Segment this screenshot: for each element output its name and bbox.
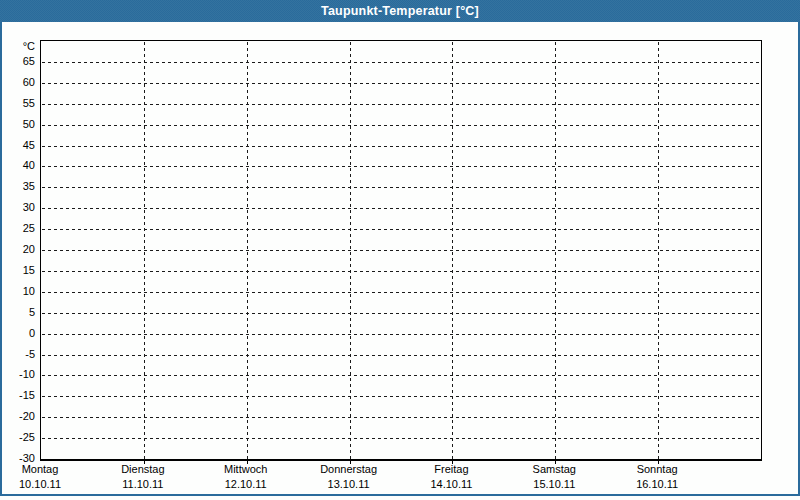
- y-tick-label: 50: [23, 118, 35, 130]
- y-tick-label: 40: [23, 159, 35, 171]
- x-axis-day-label: Montag10.10.11: [19, 463, 61, 490]
- day-name-label: Sonntag: [636, 463, 678, 475]
- h-gridline: [42, 271, 760, 272]
- day-date-label: 10.10.11: [19, 478, 61, 490]
- y-tick-label: -10: [19, 368, 35, 380]
- day-name-label: Donnerstag: [320, 463, 377, 475]
- y-tick-label: 20: [23, 243, 35, 255]
- app-window: Taupunkt-Temperatur [°C] °C 656055504540…: [0, 0, 800, 500]
- day-date-label: 15.10.11: [533, 478, 576, 490]
- y-tick-label: 45: [23, 139, 35, 151]
- v-gridline: [555, 42, 556, 459]
- h-gridline: [42, 104, 760, 105]
- h-gridline: [42, 146, 760, 147]
- h-gridline: [42, 83, 760, 84]
- y-tick-label: 55: [23, 97, 35, 109]
- h-gridline: [42, 313, 760, 314]
- day-date-label: 11.10.11: [121, 478, 164, 490]
- y-tick-label: 30: [23, 201, 35, 213]
- x-axis-day-label: Mittwoch12.10.11: [224, 463, 267, 490]
- v-gridline: [658, 42, 659, 459]
- day-date-label: 16.10.11: [636, 478, 678, 490]
- y-tick-label: 10: [23, 285, 35, 297]
- h-gridline: [42, 250, 760, 251]
- day-name-label: Dienstag: [121, 463, 164, 475]
- x-axis-day-label: Samstag15.10.11: [533, 463, 576, 490]
- y-tick-label: 65: [23, 55, 35, 67]
- plot-area: [40, 40, 762, 461]
- y-axis-labels: 65605550454035302520151050-5-10-15-20-25…: [0, 40, 35, 458]
- day-date-label: 13.10.11: [320, 478, 377, 490]
- day-date-label: 12.10.11: [224, 478, 267, 490]
- y-tick-label: 15: [23, 264, 35, 276]
- day-date-label: 14.10.11: [430, 478, 472, 490]
- h-gridline: [42, 208, 760, 209]
- x-axis-day-label: Freitag14.10.11: [430, 463, 472, 490]
- y-tick-label: 0: [29, 327, 35, 339]
- h-gridline: [42, 417, 760, 418]
- x-axis-day-label: Dienstag11.10.11: [121, 463, 164, 490]
- h-gridline: [42, 62, 760, 63]
- x-axis-labels: Montag10.10.11Dienstag11.10.11Mittwoch12…: [40, 463, 760, 495]
- y-tick-label: 60: [23, 76, 35, 88]
- h-gridline: [42, 166, 760, 167]
- y-tick-label: -25: [19, 431, 35, 443]
- day-name-label: Freitag: [430, 463, 472, 475]
- x-axis-day-label: Sonntag16.10.11: [636, 463, 678, 490]
- h-gridline: [42, 125, 760, 126]
- h-gridline: [42, 438, 760, 439]
- y-tick-label: 35: [23, 180, 35, 192]
- h-gridline: [42, 355, 760, 356]
- y-tick-label: 5: [29, 306, 35, 318]
- x-axis-day-label: Donnerstag13.10.11: [320, 463, 377, 490]
- y-tick-label: 25: [23, 222, 35, 234]
- day-name-label: Samstag: [533, 463, 576, 475]
- day-name-label: Mittwoch: [224, 463, 267, 475]
- v-gridline: [350, 42, 351, 459]
- h-gridline: [42, 375, 760, 376]
- chart-title: Taupunkt-Temperatur [°C]: [321, 4, 479, 18]
- v-gridline: [247, 42, 248, 459]
- h-gridline: [42, 229, 760, 230]
- v-gridline: [144, 42, 145, 459]
- h-gridline: [42, 292, 760, 293]
- window-titlebar: Taupunkt-Temperatur [°C]: [0, 0, 800, 22]
- y-tick-label: -20: [19, 410, 35, 422]
- h-gridline: [42, 187, 760, 188]
- y-tick-label: -15: [19, 389, 35, 401]
- v-gridline: [452, 42, 453, 459]
- day-name-label: Montag: [19, 463, 61, 475]
- h-gridline: [42, 334, 760, 335]
- h-gridline: [42, 396, 760, 397]
- y-tick-label: -5: [25, 348, 35, 360]
